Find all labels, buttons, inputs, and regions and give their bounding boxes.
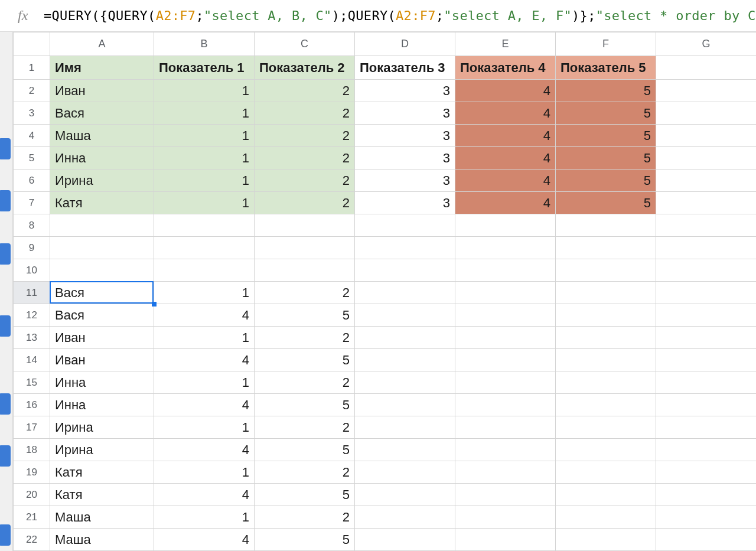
cell[interactable]: Маша bbox=[50, 125, 154, 147]
row-header[interactable]: 22 bbox=[14, 529, 50, 551]
cell[interactable]: Иван bbox=[50, 349, 154, 371]
cell[interactable] bbox=[455, 327, 556, 349]
cell[interactable] bbox=[355, 371, 455, 394]
row-header[interactable]: 8 bbox=[14, 214, 50, 237]
cell[interactable]: 5 bbox=[556, 80, 656, 102]
row-header[interactable]: 7 bbox=[14, 192, 50, 214]
cell[interactable]: 4 bbox=[154, 484, 255, 506]
cell[interactable] bbox=[656, 416, 757, 439]
cell[interactable] bbox=[656, 282, 757, 304]
cell[interactable]: Вася bbox=[50, 102, 154, 125]
cell[interactable] bbox=[556, 349, 656, 371]
col-header-c[interactable]: C bbox=[255, 32, 355, 56]
cell[interactable]: Ирина bbox=[50, 169, 154, 192]
table-row[interactable]: 3 Вася 1 2 3 4 5 bbox=[14, 102, 757, 125]
cell[interactable] bbox=[656, 529, 757, 551]
cell[interactable] bbox=[556, 327, 656, 349]
spreadsheet-grid[interactable]: A B C D E F G 1 Имя Показатель 1 Показат… bbox=[13, 32, 756, 551]
formula-bar[interactable]: fx =QUERY({QUERY(A2:F7;"select A, B, C")… bbox=[0, 0, 756, 32]
table-row[interactable]: 9 bbox=[14, 237, 757, 259]
cell[interactable] bbox=[556, 259, 656, 282]
cell[interactable]: 2 bbox=[255, 169, 355, 192]
cell[interactable]: 5 bbox=[556, 147, 656, 169]
cell[interactable] bbox=[656, 80, 757, 102]
table-row[interactable]: 10 bbox=[14, 259, 757, 282]
cell[interactable]: 2 bbox=[255, 192, 355, 214]
cell[interactable]: Инна bbox=[50, 371, 154, 394]
table-row[interactable]: 5 Инна 1 2 3 4 5 bbox=[14, 147, 757, 169]
cell[interactable] bbox=[355, 529, 455, 551]
row-header[interactable]: 10 bbox=[14, 259, 50, 282]
cell[interactable] bbox=[455, 282, 556, 304]
cell[interactable]: Вася bbox=[50, 304, 154, 327]
cell[interactable]: 4 bbox=[455, 80, 556, 102]
cell[interactable]: 4 bbox=[455, 192, 556, 214]
cell[interactable]: 5 bbox=[255, 484, 355, 506]
cell[interactable] bbox=[556, 304, 656, 327]
cell[interactable]: Иван bbox=[50, 80, 154, 102]
cell[interactable]: Ирина bbox=[50, 416, 154, 439]
cell[interactable]: 2 bbox=[255, 80, 355, 102]
row-header[interactable]: 13 bbox=[14, 327, 50, 349]
cell[interactable]: 5 bbox=[556, 192, 656, 214]
row-header[interactable]: 16 bbox=[14, 394, 50, 416]
cell[interactable]: 5 bbox=[255, 529, 355, 551]
row-header[interactable]: 17 bbox=[14, 416, 50, 439]
cell[interactable]: 2 bbox=[255, 371, 355, 394]
cell[interactable] bbox=[255, 214, 355, 237]
cell[interactable] bbox=[355, 282, 455, 304]
table-row[interactable]: 6 Ирина 1 2 3 4 5 bbox=[14, 169, 757, 192]
cell[interactable] bbox=[455, 461, 556, 484]
cell[interactable]: 3 bbox=[355, 80, 455, 102]
cell[interactable]: 1 bbox=[154, 102, 255, 125]
cell[interactable] bbox=[455, 371, 556, 394]
col-header-f[interactable]: F bbox=[556, 32, 656, 56]
cell[interactable]: 4 bbox=[154, 394, 255, 416]
cell[interactable] bbox=[50, 214, 154, 237]
cell[interactable]: 1 bbox=[154, 506, 255, 529]
table-row[interactable]: 16 Инна 4 5 bbox=[14, 394, 757, 416]
cell[interactable]: Ирина bbox=[50, 439, 154, 461]
cell[interactable]: 4 bbox=[455, 147, 556, 169]
cell[interactable] bbox=[656, 147, 757, 169]
row-header[interactable]: 14 bbox=[14, 349, 50, 371]
cell[interactable] bbox=[556, 282, 656, 304]
row-header[interactable]: 18 bbox=[14, 439, 50, 461]
cell[interactable] bbox=[556, 416, 656, 439]
cell[interactable] bbox=[656, 484, 757, 506]
cell[interactable]: 5 bbox=[255, 349, 355, 371]
cell[interactable] bbox=[455, 349, 556, 371]
col-header-g[interactable]: G bbox=[656, 32, 757, 56]
cell[interactable] bbox=[355, 259, 455, 282]
cell[interactable]: 5 bbox=[255, 304, 355, 327]
cell[interactable]: 2 bbox=[255, 506, 355, 529]
cell[interactable]: Маша bbox=[50, 506, 154, 529]
cell[interactable] bbox=[656, 506, 757, 529]
cell[interactable]: 3 bbox=[355, 169, 455, 192]
table-row[interactable]: 14 Иван 4 5 bbox=[14, 349, 757, 371]
cell[interactable] bbox=[656, 259, 757, 282]
table-row[interactable]: 4 Маша 1 2 3 4 5 bbox=[14, 125, 757, 147]
table-row[interactable]: 21 Маша 1 2 bbox=[14, 506, 757, 529]
cell[interactable] bbox=[154, 214, 255, 237]
cell[interactable]: Катя bbox=[50, 461, 154, 484]
cell[interactable]: 4 bbox=[455, 102, 556, 125]
cell[interactable] bbox=[656, 349, 757, 371]
cell[interactable] bbox=[656, 439, 757, 461]
row-header[interactable]: 12 bbox=[14, 304, 50, 327]
cell[interactable] bbox=[455, 529, 556, 551]
cell[interactable] bbox=[556, 529, 656, 551]
cell[interactable]: 5 bbox=[556, 125, 656, 147]
cell[interactable]: Инна bbox=[50, 394, 154, 416]
cell[interactable]: 2 bbox=[255, 125, 355, 147]
row-header[interactable]: 4 bbox=[14, 125, 50, 147]
cell[interactable] bbox=[656, 394, 757, 416]
cell[interactable] bbox=[355, 439, 455, 461]
cell[interactable]: Катя bbox=[50, 484, 154, 506]
table-row[interactable]: 20 Катя 4 5 bbox=[14, 484, 757, 506]
cell[interactable] bbox=[50, 237, 154, 259]
table-row[interactable]: 17 Ирина 1 2 bbox=[14, 416, 757, 439]
formula-input[interactable]: =QUERY({QUERY(A2:F7;"select A, B, C");QU… bbox=[44, 8, 756, 23]
table-row[interactable]: 11 Вася 1 2 bbox=[14, 282, 757, 304]
cell[interactable] bbox=[556, 484, 656, 506]
